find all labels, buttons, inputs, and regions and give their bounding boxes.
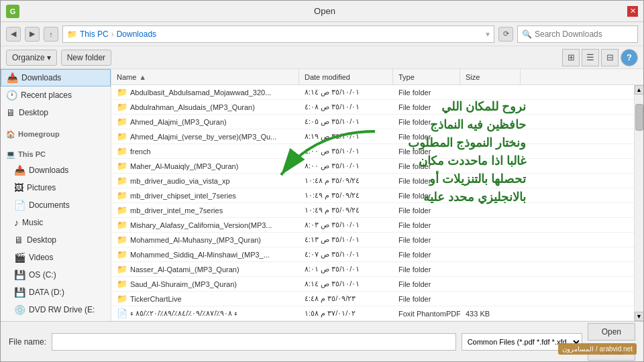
sidebar: 📥 Downloads 🕐 Recent places 🖥 Desktop 🏠 … — [1, 69, 111, 321]
sidebar-label-dl: Downloads — [29, 166, 68, 175]
table-row[interactable]: 📄 ء ٩٠٨٪/٨٧٪/٠٩٪/٨٤٪/٨٩٪/٢٠٪/٨٥ ء ٣٧/٠١/… — [111, 306, 634, 321]
sidebar-item-c-drive[interactable]: 💾 OS (C:) — [1, 266, 111, 284]
table-row[interactable]: 📁 Abdulrahman_Alsudais_(MP3_Quran) ٣٥/١٠… — [111, 100, 634, 115]
sidebar-item-desktop[interactable]: 🖥 Desktop — [1, 231, 111, 249]
desktop-icon: 🖥 — [14, 235, 23, 245]
scroll-up[interactable]: ▲ — [635, 85, 644, 95]
main-content: 📥 Downloads 🕐 Recent places 🖥 Desktop 🏠 … — [1, 69, 643, 321]
music-icon: ♪ — [14, 217, 19, 228]
sidebar-label-downloads: Downloads — [21, 73, 61, 82]
file-size-cell — [460, 292, 521, 306]
up-button[interactable]: ↑ — [44, 27, 58, 42]
folder-icon: 📁 — [117, 117, 127, 127]
file-size-cell — [460, 247, 521, 261]
file-date-cell: ٣٥/١٠/٠١ ص ٨:١٤ — [299, 85, 393, 99]
title-bar: G Open ✕ — [1, 1, 643, 22]
scroll-thumb[interactable] — [635, 104, 643, 131]
breadcrumb[interactable]: 📁 This PC › Downloads ▾ — [62, 25, 494, 43]
file-date-cell: ٣٥/٠٩/٢٤ م ١٠:٤٨ — [299, 174, 393, 188]
file-type-cell: File folder — [393, 277, 460, 291]
forward-button[interactable]: ▶ — [25, 27, 40, 42]
sidebar-item-d-drive[interactable]: 💾 DATA (D:) — [1, 284, 111, 301]
organize-label: Organize — [12, 53, 45, 62]
back-button[interactable]: ◀ — [6, 27, 21, 42]
sidebar-item-documents[interactable]: 📄 Documents — [1, 196, 111, 214]
col-date-header[interactable]: Date modified — [299, 69, 393, 84]
search-box[interactable]: 🔍 — [517, 25, 638, 43]
table-row[interactable]: 📁 Saud_Al-Shuraim_(MP3_Quran) ٣٥/١٠/٠١ ص… — [111, 277, 634, 292]
file-name-cell: 📁 TickerChartLive — [111, 292, 299, 306]
sidebar-item-desktop-top[interactable]: 🖥 Desktop — [1, 104, 111, 121]
folder-icon: 📁 — [117, 220, 127, 230]
view-grid-button[interactable]: ⊞ — [562, 49, 580, 66]
sidebar-item-dvd[interactable]: 💿 DVD RW Drive (E: — [1, 301, 111, 318]
file-list: 📁 Abdulbasit_Abdulsamad_Mojawwad_320... … — [111, 85, 634, 321]
homegroup-label: Homegroup — [18, 130, 60, 138]
file-date-cell: ٣٥/١٠/٠١ ص ٤:٠٧ — [299, 247, 393, 261]
table-row[interactable]: 📁 Mohammed_Al-Muhasny_(MP3_Quran) ٣٥/١٠/… — [111, 233, 634, 247]
folder-icon: 📁 — [117, 87, 127, 97]
file-name-text: Mishary_Alafasy_California_Version(MP3..… — [130, 221, 272, 229]
file-date-cell: ٣٥/١٠/٠١ ص ٤:٠٥ — [299, 115, 393, 129]
view-list-button[interactable]: ☰ — [582, 49, 599, 66]
file-name-cell: 📁 Mishary_Alafasy_California_Version(MP3… — [111, 218, 299, 232]
open-button[interactable]: Open — [588, 323, 635, 341]
scroll-down[interactable]: ▼ — [635, 312, 644, 321]
folder-icon: 📁 — [117, 235, 127, 245]
file-type-cell: File folder — [393, 292, 460, 306]
table-row[interactable]: 📁 Ahmed_Alajmi_(MP3_Quran) ٣٥/١٠/٠١ ص ٤:… — [111, 115, 634, 129]
breadcrumb-this-pc[interactable]: This PC — [80, 29, 109, 39]
sidebar-item-pictures[interactable]: 🖼 Pictures — [1, 179, 111, 196]
table-row[interactable]: 📁 Mohammed_Siddiq_Al-Minshawi_(MP3_... ٣… — [111, 247, 634, 262]
table-row[interactable]: 📁 mb_driver_chipset_intel_7series ٣٥/٠٩/… — [111, 188, 634, 203]
table-row[interactable]: 📁 Maher_Al-Muaiqly_(MP3_Quran) ٣٥/١٠/٠١ … — [111, 159, 634, 174]
scrollbar[interactable]: ▲ ▼ — [634, 85, 643, 321]
refresh-button[interactable]: ⟳ — [498, 27, 513, 42]
file-size-cell — [460, 85, 521, 99]
breadcrumb-downloads[interactable]: Downloads — [117, 29, 156, 39]
file-name-text: french — [130, 147, 151, 156]
file-date-cell: ٣٥/١٠/٠١ ص ٨:٠٠ — [299, 159, 393, 173]
file-type-cell: File folder — [393, 262, 460, 276]
organize-button[interactable]: Organize ▾ — [6, 50, 57, 66]
file-size-cell — [460, 262, 521, 276]
file-name-text: TickerChartLive — [130, 295, 182, 303]
file-name-cell: 📁 Saud_Al-Shuraim_(MP3_Quran) — [111, 277, 299, 291]
table-row[interactable]: 📁 Mishary_Alafasy_California_Version(MP3… — [111, 218, 634, 233]
col-size-header[interactable]: Size — [460, 69, 521, 84]
table-row[interactable]: 📁 Abdulbasit_Abdulsamad_Mojawwad_320... … — [111, 85, 634, 100]
this-pc-label: This PC — [18, 150, 46, 158]
table-row[interactable]: 📁 Ahmed_Alajmi_(verse_by_verse)(MP3_Qu..… — [111, 129, 634, 144]
new-folder-button[interactable]: New folder — [61, 50, 111, 66]
file-size-cell — [460, 115, 521, 129]
sidebar-item-downloads[interactable]: 📥 Downloads — [1, 162, 111, 179]
table-row[interactable]: 📁 mb_driver_intel_me_7series ٣٥/٠٩/٢٤ م … — [111, 203, 634, 218]
table-row[interactable]: 📁 TickerChartLive ٣٥/٠٩/٢٣ م ٤:٤٨ File f… — [111, 292, 634, 306]
sidebar-label-desk: Desktop — [27, 235, 56, 245]
col-size-label: Size — [466, 73, 480, 81]
table-row[interactable]: 📁 french ٣٥/١٠/٠١ ص ٤:٠٠ File folder — [111, 144, 634, 159]
folder-icon: 📁 — [117, 249, 127, 259]
window-title: Open — [22, 6, 627, 16]
sort-arrow: ▲ — [139, 73, 146, 81]
table-row[interactable]: 📁 mb_driver_audio_via_vista_xp ٣٥/٠٩/٢٤ … — [111, 174, 634, 188]
sidebar-item-videos[interactable]: 🎬 Videos — [1, 249, 111, 266]
sidebar-item-downloads-top[interactable]: 📥 Downloads — [1, 69, 111, 86]
folder-icon: 📁 — [117, 190, 127, 200]
sidebar-label-vid: Videos — [29, 253, 53, 262]
file-size-cell — [460, 203, 521, 217]
sidebar-item-music[interactable]: ♪ Music — [1, 214, 111, 231]
file-name-cell: 📁 mb_driver_chipset_intel_7series — [111, 188, 299, 202]
organize-arrow: ▾ — [47, 53, 51, 62]
sidebar-item-recent-places[interactable]: 🕐 Recent places — [1, 86, 111, 104]
filename-input[interactable] — [52, 333, 456, 351]
close-button[interactable]: ✕ — [627, 6, 638, 17]
view-details-button[interactable]: ⊟ — [601, 49, 619, 66]
breadcrumb-sep: › — [111, 29, 114, 39]
search-input[interactable] — [535, 29, 635, 39]
help-button[interactable]: ? — [621, 49, 638, 66]
col-name-header[interactable]: Name ▲ — [111, 69, 299, 84]
table-row[interactable]: 📁 Nasser_Al-Qatami_(MP3_Quran) ٣٥/١٠/٠١ … — [111, 262, 634, 277]
col-type-header[interactable]: Type — [393, 69, 460, 84]
file-name-text: Abdulrahman_Alsudais_(MP3_Quran) — [130, 103, 255, 111]
